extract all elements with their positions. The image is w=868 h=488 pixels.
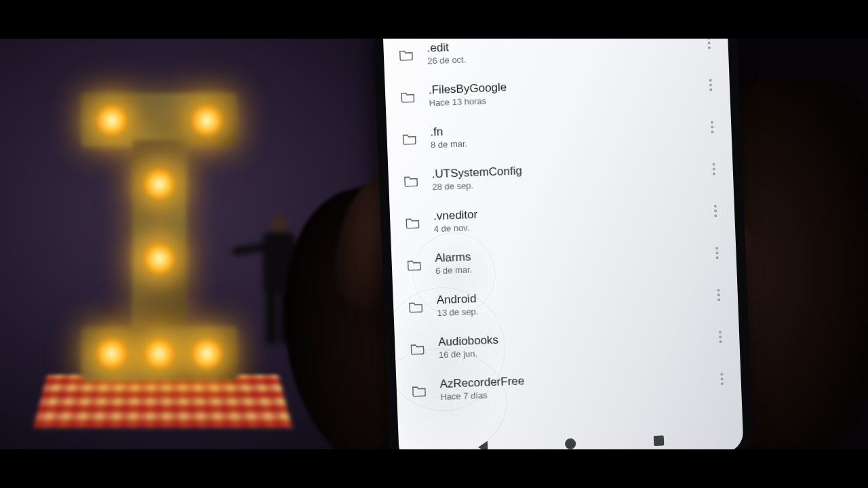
phone-screen: .edit26 de oct. .FilesByGoogleHace 13 ho… — [383, 39, 744, 449]
folder-icon — [400, 90, 416, 103]
folder-icon — [401, 132, 417, 145]
more-icon[interactable] — [711, 287, 726, 304]
more-icon[interactable] — [715, 371, 729, 388]
folder-icon — [403, 174, 419, 187]
file-list[interactable]: .edit26 de oct. .FilesByGoogleHace 13 ho… — [383, 39, 743, 436]
more-icon[interactable] — [713, 329, 728, 346]
more-icon[interactable] — [707, 161, 721, 178]
phone-device: .edit26 de oct. .FilesByGoogleHace 13 ho… — [374, 39, 754, 449]
folder-icon — [405, 216, 420, 229]
folder-icon — [408, 300, 424, 313]
nav-back-icon[interactable] — [478, 441, 488, 449]
tablecloth — [33, 375, 292, 428]
more-icon[interactable] — [709, 203, 723, 220]
folder-icon — [412, 384, 427, 397]
folder-icon — [406, 258, 422, 271]
letterbox-bottom — [0, 449, 868, 488]
more-icon[interactable] — [702, 39, 716, 52]
more-icon[interactable] — [705, 119, 719, 136]
letterbox-top — [0, 0, 868, 39]
folder-icon — [399, 48, 414, 61]
more-icon[interactable] — [710, 245, 724, 262]
marquee-letter-i — [81, 93, 237, 378]
more-icon[interactable] — [704, 77, 718, 94]
folder-icon — [410, 342, 425, 355]
photo-frame: .edit26 de oct. .FilesByGoogleHace 13 ho… — [0, 39, 868, 449]
nav-home-icon[interactable] — [565, 439, 576, 449]
nav-recents-icon[interactable] — [654, 435, 665, 446]
